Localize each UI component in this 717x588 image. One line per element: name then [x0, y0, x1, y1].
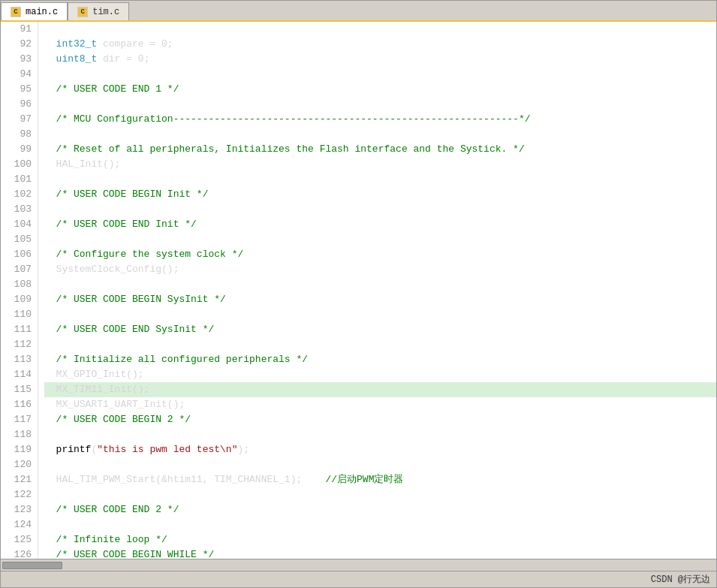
code-line-118 [44, 427, 716, 442]
code-line-93: uint8_t dir = 0; [44, 52, 716, 67]
code-line-117: /* USER CODE BEGIN 2 */ [44, 412, 716, 427]
code-line-91 [44, 22, 716, 37]
code-line-119: printf("this is pwm led test\n"); [44, 442, 716, 457]
code-line-102: /* USER CODE BEGIN Init */ [44, 187, 716, 202]
code-line-124 [44, 517, 716, 532]
code-area: 9192939495969798991001011021031041051061… [1, 22, 716, 559]
code-line-101 [44, 172, 716, 187]
code-line-121: HAL_TIM_PWM_Start(&htim11, TIM_CHANNEL_1… [44, 472, 716, 487]
code-content[interactable]: int32_t compare = 0; uint8_t dir = 0; /*… [38, 22, 716, 559]
tab-label-main-c: main.c [26, 7, 58, 17]
code-line-104: /* USER CODE END Init */ [44, 217, 716, 232]
code-line-94 [44, 67, 716, 82]
code-line-116: MX_USART1_UART_Init(); [44, 397, 716, 412]
code-line-96 [44, 97, 716, 112]
code-line-114: MX_GPIO_Init(); [44, 367, 716, 382]
code-line-110 [44, 307, 716, 322]
file-icon-main-c: C [11, 7, 21, 17]
code-line-97: /* MCU Configuration--------------------… [44, 112, 716, 127]
tab-label-tim-c: tim.c [92, 7, 119, 17]
code-line-106: /* Configure the system clock */ [44, 247, 716, 262]
tab-bar: C main.c C tim.c [1, 1, 716, 22]
status-bar: CSDN @行无边 [1, 571, 716, 587]
status-right: CSDN @行无边 [651, 573, 710, 586]
code-line-100: HAL_Init(); [44, 157, 716, 172]
code-line-108 [44, 277, 716, 292]
tab-main-c[interactable]: C main.c [1, 2, 68, 20]
code-line-103 [44, 202, 716, 217]
tab-tim-c[interactable]: C tim.c [68, 2, 129, 20]
code-line-120 [44, 457, 716, 472]
code-line-111: /* USER CODE END SysInit */ [44, 322, 716, 337]
code-line-109: /* USER CODE BEGIN SysInit */ [44, 292, 716, 307]
code-line-112 [44, 337, 716, 352]
scrollbar-thumb[interactable] [2, 562, 62, 569]
code-line-99: /* Reset of all peripherals, Initializes… [44, 142, 716, 157]
code-line-113: /* Initialize all configured peripherals… [44, 352, 716, 367]
code-line-125: /* Infinite loop */ [44, 532, 716, 547]
code-line-126: /* USER CODE BEGIN WHILE */ [44, 547, 716, 559]
code-line-95: /* USER CODE END 1 */ [44, 82, 716, 97]
editor-window: C main.c C tim.c 91929394959697989910010… [0, 0, 717, 588]
code-line-92: int32_t compare = 0; [44, 37, 716, 52]
code-line-115: MX_TIM11_Init(); [44, 382, 716, 397]
code-line-107: SystemClock_Config(); [44, 262, 716, 277]
code-line-105 [44, 232, 716, 247]
code-line-98 [44, 127, 716, 142]
horizontal-scrollbar[interactable] [1, 559, 716, 571]
code-line-123: /* USER CODE END 2 */ [44, 502, 716, 517]
line-numbers: 9192939495969798991001011021031041051061… [1, 22, 38, 559]
code-line-122 [44, 487, 716, 502]
file-icon-tim-c: C [77, 7, 88, 17]
